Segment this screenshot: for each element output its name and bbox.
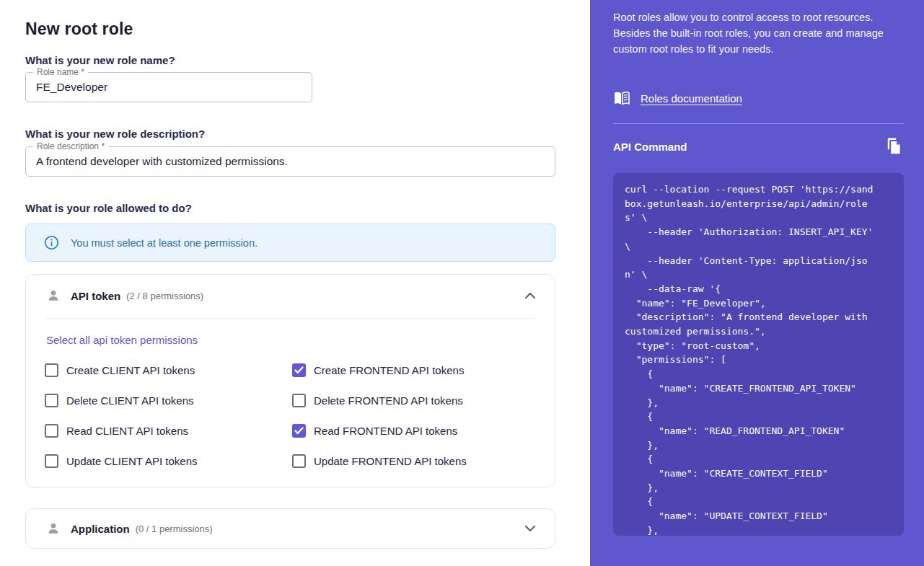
- checkbox-unchecked[interactable]: [292, 454, 306, 468]
- checkbox-checked[interactable]: [292, 424, 306, 438]
- permissions-question: What is your role allowed to do?: [25, 202, 192, 214]
- role-name-input[interactable]: [26, 73, 312, 102]
- permission-checkbox-read-frontend-api-tokens[interactable]: Read FRONTEND API tokens: [292, 424, 542, 438]
- divider: [613, 123, 904, 124]
- api-token-group-header[interactable]: API token (2 / 8 permissions): [26, 275, 555, 317]
- permission-checkbox-update-client-api-tokens[interactable]: Update CLIENT API tokens: [45, 454, 292, 468]
- role-name-field: Role name *: [25, 72, 312, 102]
- api-command-code: curl --location --request POST 'https://…: [625, 182, 892, 536]
- permission-group-api-token: API token (2 / 8 permissions) Select all…: [25, 274, 555, 487]
- checkbox-label: Read FRONTEND API tokens: [314, 425, 457, 437]
- person-icon: [46, 521, 61, 536]
- chevron-up-icon[interactable]: [524, 292, 536, 299]
- group-count: (2 / 8 permissions): [126, 291, 203, 301]
- checkbox-unchecked[interactable]: [45, 424, 58, 438]
- group-title: Application: [71, 523, 130, 535]
- checkbox-label: Update FRONTEND API tokens: [314, 455, 467, 467]
- checkbox-label: Delete CLIENT API tokens: [66, 394, 193, 407]
- role-name-question: What is your new role name?: [25, 54, 175, 66]
- page-title: New root role: [25, 19, 133, 39]
- copy-icon: [884, 137, 903, 156]
- select-all-api-token-permissions-link[interactable]: Select all api token permissions: [46, 334, 198, 346]
- permission-group-application: Application (0 / 1 permissions): [25, 508, 555, 549]
- role-description-input[interactable]: [26, 147, 555, 176]
- group-count: (0 / 1 permissions): [136, 523, 213, 534]
- book-icon: [613, 91, 630, 106]
- copy-api-command-button[interactable]: [884, 136, 904, 156]
- permission-checkbox-create-client-api-tokens[interactable]: Create CLIENT API tokens: [45, 363, 292, 377]
- application-group-header[interactable]: Application (0 / 1 permissions): [26, 509, 555, 548]
- checkbox-label: Create CLIENT API tokens: [66, 364, 195, 376]
- api-command-title: API Command: [613, 141, 687, 153]
- api-command-code-block[interactable]: curl --location --request POST 'https://…: [613, 173, 904, 536]
- checkbox-unchecked[interactable]: [45, 363, 58, 377]
- chevron-down-icon[interactable]: [524, 525, 536, 532]
- permission-checkbox-read-client-api-tokens[interactable]: Read CLIENT API tokens: [45, 424, 292, 438]
- checkbox-label: Read CLIENT API tokens: [66, 425, 188, 437]
- role-description-field: Role description *: [25, 146, 555, 177]
- help-sidebar: Root roles allow you to control access t…: [590, 0, 924, 566]
- permission-checkbox-update-frontend-api-tokens[interactable]: Update FRONTEND API tokens: [292, 454, 542, 468]
- permission-checkbox-grid: Create CLIENT API tokensCreate FRONTEND …: [45, 355, 542, 476]
- permission-checkbox-delete-client-api-tokens[interactable]: Delete CLIENT API tokens: [45, 394, 292, 407]
- checkbox-label: Create FRONTEND API tokens: [314, 364, 464, 376]
- permission-checkbox-delete-frontend-api-tokens[interactable]: Delete FRONTEND API tokens: [292, 394, 542, 407]
- role-name-field-label: Role name *: [33, 67, 88, 77]
- checkbox-unchecked[interactable]: [292, 394, 306, 407]
- permission-info-alert: You must select at least one permission.: [25, 224, 555, 262]
- person-icon: [46, 288, 61, 303]
- role-description-question: What is your new role description?: [25, 128, 205, 140]
- role-description-field-label: Role description *: [33, 141, 108, 151]
- group-title: API token: [71, 290, 120, 302]
- new-root-role-form-panel: New root role What is your new role name…: [0, 0, 590, 566]
- root-roles-intro-text: Root roles allow you to control access t…: [613, 9, 899, 57]
- checkbox-label: Delete FRONTEND API tokens: [314, 394, 463, 407]
- divider: [46, 318, 534, 319]
- docs-link-row: Roles documentation: [613, 91, 742, 106]
- roles-documentation-link[interactable]: Roles documentation: [641, 92, 742, 105]
- api-command-header: API Command: [613, 136, 904, 157]
- checkbox-label: Update CLIENT API tokens: [66, 455, 198, 467]
- checkbox-unchecked[interactable]: [45, 394, 58, 407]
- checkbox-unchecked[interactable]: [45, 454, 58, 468]
- info-icon: [44, 235, 59, 250]
- checkbox-checked[interactable]: [292, 363, 306, 377]
- permission-checkbox-create-frontend-api-tokens[interactable]: Create FRONTEND API tokens: [292, 363, 542, 377]
- alert-text: You must select at least one permission.: [71, 237, 258, 249]
